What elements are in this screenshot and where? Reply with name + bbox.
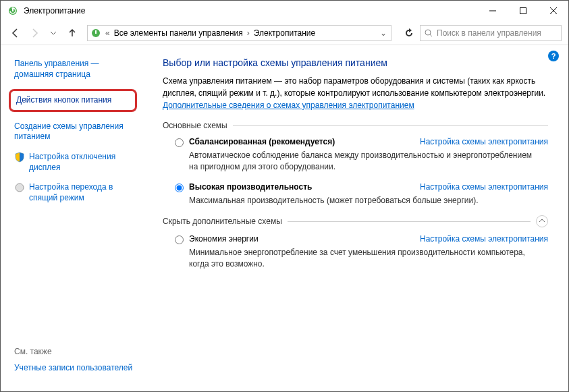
- see-also-heading: См. также: [14, 347, 134, 356]
- collapse-button[interactable]: [536, 215, 548, 227]
- navbar: « Все элементы панели управления › Элект…: [1, 21, 568, 45]
- window-title: Электропитание: [24, 6, 477, 16]
- search-input[interactable]: Поиск в панели управления: [420, 25, 562, 41]
- page-title: Выбор или настройка схемы управления пит…: [163, 57, 548, 68]
- forward-button[interactable]: [26, 25, 43, 41]
- breadcrumb-segment[interactable]: Электропитание: [251, 28, 318, 38]
- svg-rect-8: [95, 30, 97, 34]
- sidebar: Панель управления — домашняя страница Де…: [1, 45, 142, 391]
- plan-description: Максимальная производительность (может п…: [189, 195, 548, 206]
- recent-dropdown[interactable]: [45, 25, 61, 41]
- plan-settings-link[interactable]: Настройка схемы электропитания: [420, 182, 548, 192]
- up-button[interactable]: [64, 25, 80, 41]
- sidebar-user-accounts-link[interactable]: Учетные записи пользователей: [14, 363, 134, 374]
- sidebar-home-link[interactable]: Панель управления — домашняя страница: [14, 59, 134, 80]
- plan-settings-link[interactable]: Настройка схемы электропитания: [420, 234, 548, 244]
- chevron-right-icon: ›: [246, 28, 251, 38]
- section-main-plans: Основные схемы: [163, 121, 548, 130]
- chevron-left-icon: «: [104, 28, 111, 38]
- learn-more-link[interactable]: Дополнительные сведения о схемах управле…: [163, 101, 414, 110]
- content: ? Панель управления — домашняя страница …: [1, 45, 568, 391]
- sidebar-sleep-link[interactable]: Настройка перехода в спящий режим: [29, 182, 134, 203]
- svg-point-11: [16, 184, 24, 192]
- minimize-button[interactable]: [477, 1, 508, 21]
- moon-icon: [14, 182, 25, 193]
- refresh-button[interactable]: [401, 25, 417, 41]
- back-button[interactable]: [7, 25, 24, 41]
- plan-name[interactable]: Сбалансированная (рекомендуется): [189, 137, 406, 146]
- plan-balanced: Сбалансированная (рекомендуется) Настрой…: [163, 137, 548, 173]
- sidebar-power-buttons-link[interactable]: Действия кнопок питания: [9, 89, 137, 112]
- main-panel: Выбор или настройка схемы управления пит…: [142, 45, 568, 391]
- power-icon: [7, 5, 18, 16]
- svg-line-10: [430, 34, 432, 36]
- search-placeholder: Поиск в панели управления: [437, 28, 541, 38]
- maximize-button[interactable]: [508, 1, 538, 21]
- sidebar-display-off-link[interactable]: Настройка отключения дисплея: [29, 152, 134, 173]
- plan-description: Минимальное энергопотребление за счет ум…: [189, 247, 548, 270]
- section-hidden-plans: Скрыть дополнительные схемы: [163, 215, 548, 227]
- help-icon[interactable]: ?: [548, 51, 559, 61]
- plan-settings-link[interactable]: Настройка схемы электропитания: [420, 137, 548, 146]
- close-button[interactable]: [538, 1, 568, 21]
- plan-high-radio[interactable]: [175, 184, 184, 192]
- plan-energy-saver: Экономия энергии Настройка схемы электро…: [163, 234, 548, 270]
- titlebar: Электропитание: [1, 1, 568, 21]
- plan-balanced-radio[interactable]: [175, 138, 184, 147]
- plan-high-performance: Высокая производительность Настройка схе…: [163, 182, 548, 206]
- window: Электропитание « Все элементы панели упр…: [0, 0, 569, 392]
- control-panel-icon: [90, 28, 101, 38]
- window-controls: [477, 1, 568, 21]
- plan-name[interactable]: Высокая производительность: [189, 182, 406, 192]
- breadcrumb[interactable]: « Все элементы панели управления › Элект…: [87, 25, 391, 41]
- plan-description: Автоматическое соблюдение баланса между …: [189, 150, 548, 173]
- plan-name[interactable]: Экономия энергии: [189, 234, 406, 244]
- sidebar-create-plan-link[interactable]: Создание схемы управления питанием: [14, 121, 134, 142]
- svg-rect-4: [520, 8, 526, 14]
- svg-point-9: [425, 30, 431, 35]
- page-description: Схема управления питанием — это набор па…: [163, 75, 548, 111]
- plan-eco-radio[interactable]: [175, 235, 184, 244]
- chevron-down-icon[interactable]: ⌄: [379, 28, 388, 38]
- breadcrumb-segment[interactable]: Все элементы панели управления: [111, 28, 246, 38]
- search-icon: [425, 29, 433, 37]
- shield-icon: [14, 152, 25, 163]
